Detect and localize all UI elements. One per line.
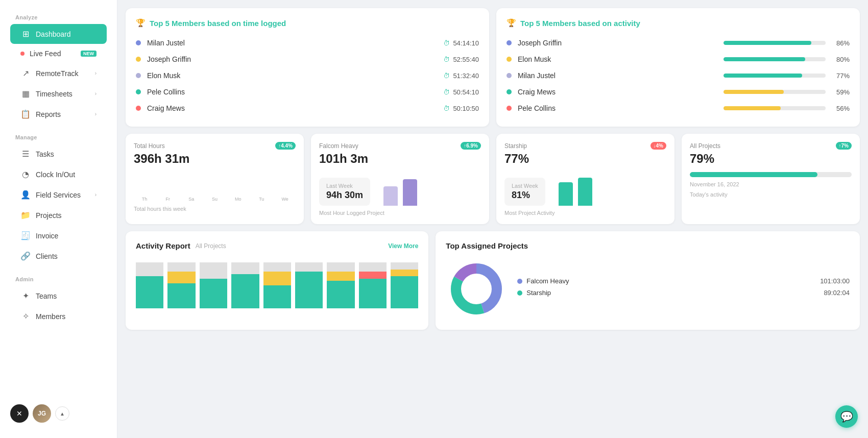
activity-report-card: Activity Report All Projects View More: [126, 231, 428, 330]
top-time-card: 🏆 Top 5 Members based on time logged Mil…: [126, 8, 489, 127]
starship-card: Starship ↓4% 77% Last Week 81% Most Proj…: [496, 134, 674, 224]
bar-segment: [263, 285, 291, 308]
fieldservices-icon: 👤: [20, 190, 31, 200]
time-member-row: Joseph Griffin ⏱ 52:55:40: [136, 51, 479, 67]
progress-bar: [724, 41, 826, 45]
top-members-row: 🏆 Top 5 Members based on time logged Mil…: [126, 8, 860, 127]
sidebar-collapse-button[interactable]: ▲: [55, 406, 69, 421]
activity-bar-column: [136, 257, 163, 308]
user-avatar-dark: ✕: [10, 404, 29, 423]
progress-pct: 56%: [832, 105, 850, 112]
member-dot: [507, 106, 512, 111]
clients-icon: 🔗: [20, 251, 31, 261]
starship-badge: ↓4%: [650, 142, 666, 150]
sidebar-item-dashboard[interactable]: ⊞ Dashboard: [10, 24, 107, 44]
progress-pct: 59%: [832, 88, 850, 96]
member-name: Elon Musk: [518, 55, 717, 63]
time-member-row: Elon Musk ⏱ 51:32:40: [136, 67, 479, 84]
sidebar-item-clients[interactable]: 🔗 Clients: [10, 246, 107, 266]
activity-bar-column: [263, 257, 291, 308]
member-name: Craig Mews: [147, 104, 437, 112]
top-time-title: 🏆 Top 5 Members based on time logged: [136, 18, 479, 28]
member-dot: [507, 73, 512, 78]
members-icon: ✧: [20, 311, 31, 321]
bottom-row: Activity Report All Projects View More T…: [126, 231, 860, 330]
invoice-icon: 🧾: [20, 231, 31, 240]
bar-segment: [295, 272, 323, 308]
chat-button[interactable]: 💬: [835, 405, 858, 428]
clock-icon: ⏱: [443, 88, 450, 96]
live-feed-dot: [20, 52, 25, 56]
member-time: ⏱ 54:14:10: [443, 39, 479, 47]
bar-column: We: [274, 195, 296, 202]
activity-report-sub: All Projects: [196, 242, 226, 250]
sidebar-item-invoice[interactable]: 🧾 Invoice: [10, 226, 107, 246]
live-feed-badge: NEW: [81, 51, 97, 57]
bar-segment: [167, 262, 195, 272]
bar-segment: [167, 272, 195, 283]
progress-pct: 80%: [832, 56, 850, 63]
sidebar-item-fieldservices[interactable]: 👤 Field Services ›: [10, 185, 107, 205]
sidebar-item-livefeed[interactable]: Live Feed NEW: [10, 44, 107, 63]
member-time: ⏱ 52:55:40: [443, 56, 479, 63]
activity-report-title: Activity Report: [136, 241, 190, 250]
chevron-right-icon: ›: [95, 91, 97, 96]
bar-label: Tu: [259, 197, 264, 202]
member-name: Milan Justel: [518, 71, 717, 80]
starship-title: Starship: [504, 142, 527, 150]
bar-label: We: [281, 197, 288, 202]
all-projects-progress: [690, 172, 852, 177]
clock-icon: ⏱: [443, 56, 450, 63]
bar-segment: [327, 281, 354, 308]
sidebar-item-teams[interactable]: ✦ Teams: [10, 286, 107, 306]
total-hours-title: Total Hours: [134, 142, 165, 150]
chevron-right-icon: ›: [95, 70, 97, 76]
sidebar-item-reports[interactable]: 📋 Reports ›: [10, 104, 107, 124]
activity-members-list: Joseph Griffin 86% Elon Musk 80% Milan J…: [507, 35, 850, 116]
bar-label: Fr: [166, 197, 171, 202]
user-avatar-photo: JG: [33, 404, 51, 423]
sidebar-item-tasks[interactable]: ☰ Tasks: [10, 144, 107, 164]
bar-segment: [327, 272, 354, 281]
remotetrack-icon: ↗: [20, 68, 31, 78]
progress-bar: [724, 74, 826, 78]
bar-column: Su: [204, 195, 226, 202]
dashboard-icon: ⊞: [20, 29, 31, 39]
view-more-link[interactable]: View More: [388, 242, 418, 250]
bar-label: Th: [142, 197, 148, 202]
activity-bar-column: [295, 257, 323, 308]
total-hours-value: 396h 31m: [134, 152, 296, 166]
bar-column: Tu: [251, 195, 272, 202]
falcom-compare-bars: [383, 175, 417, 206]
member-time: ⏱ 50:10:50: [443, 105, 479, 112]
member-name: Joseph Griffin: [518, 39, 717, 47]
activity-member-row: Craig Mews 59%: [507, 84, 850, 100]
bar-segment: [327, 262, 354, 272]
clock-icon: ⏱: [443, 39, 450, 47]
sidebar-item-projects[interactable]: 📁 Projects: [10, 205, 107, 225]
bar-label: Sa: [188, 197, 194, 202]
donut-legend: Falcom Heavy 101:03:00 Starship 89:02:04: [517, 277, 850, 301]
all-projects-bar-fill: [690, 172, 817, 177]
falcom-last-week-label: Last Week: [326, 183, 363, 189]
teams-icon: ✦: [20, 291, 31, 301]
all-projects-date: November 16, 2022: [690, 181, 852, 187]
total-hours-card: Total Hours ↑4.4% 396h 31m Th Fr Sa Su M…: [126, 134, 304, 224]
progress-bar: [724, 106, 826, 110]
sidebar-item-remotetrack[interactable]: ↗ RemoteTrack ›: [10, 63, 107, 83]
donut-chart: [446, 258, 507, 320]
progress-pct: 77%: [832, 72, 850, 80]
progress-pct: 86%: [832, 39, 850, 47]
falcom-heavy-card: Falcom Heavy ↑6.9% 101h 3m Last Week 94h…: [311, 134, 489, 224]
member-dot: [136, 57, 141, 62]
progress-bar: [724, 90, 826, 94]
member-name: Pele Collins: [518, 104, 717, 112]
sidebar-item-timesheets[interactable]: ▦ Timesheets ›: [10, 84, 107, 104]
bar-segment: [359, 262, 387, 272]
trophy-icon-2: 🏆: [507, 18, 516, 28]
sidebar-item-clockinout[interactable]: ◔ Clock In/Out: [10, 164, 107, 184]
sidebar-item-members[interactable]: ✧ Members: [10, 306, 107, 326]
member-dot: [507, 57, 512, 62]
activity-bar-column: [231, 257, 259, 308]
member-name: Pele Collins: [147, 88, 437, 96]
